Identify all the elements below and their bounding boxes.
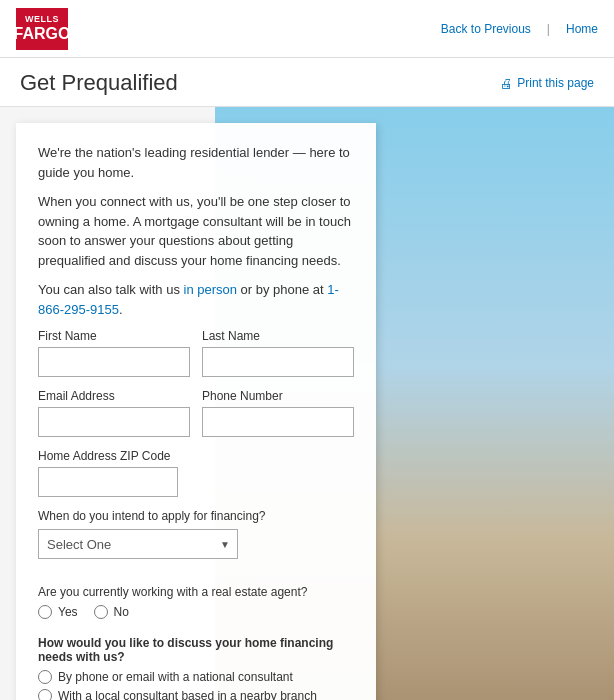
print-label: Print this page bbox=[517, 76, 594, 90]
intro-text: We're the nation's leading residential l… bbox=[38, 143, 354, 319]
phone-input[interactable] bbox=[202, 407, 354, 437]
discuss-option1-label: By phone or email with a national consul… bbox=[58, 670, 293, 684]
agent-options: Yes No bbox=[38, 605, 354, 624]
print-link[interactable]: 🖨 Print this page bbox=[500, 76, 594, 91]
discuss-national-radio[interactable] bbox=[38, 670, 52, 684]
page-header: WELLS FARGO Back to Previous | Home bbox=[0, 0, 614, 58]
agent-yes-label: Yes bbox=[58, 605, 78, 619]
agent-no-option: No bbox=[94, 605, 129, 619]
logo-fargo-text: FARGO bbox=[14, 24, 71, 43]
home-link[interactable]: Home bbox=[566, 22, 598, 36]
intro-p3-prefix: You can also talk with us bbox=[38, 282, 184, 297]
first-name-group: First Name bbox=[38, 329, 190, 377]
discuss-local-radio[interactable] bbox=[38, 689, 52, 700]
financing-select[interactable]: Select One Immediately Within 3 months W… bbox=[38, 529, 238, 559]
phone-label: Phone Number bbox=[202, 389, 354, 403]
last-name-group: Last Name bbox=[202, 329, 354, 377]
first-name-label: First Name bbox=[38, 329, 190, 343]
agent-no-radio[interactable] bbox=[94, 605, 108, 619]
intro-p3-suffix: . bbox=[119, 302, 123, 317]
back-to-previous-link[interactable]: Back to Previous bbox=[441, 22, 531, 36]
agent-radio-group: Are you currently working with a real es… bbox=[38, 585, 354, 624]
discuss-option2: With a local consultant based in a nearb… bbox=[38, 689, 354, 700]
agent-question: Are you currently working with a real es… bbox=[38, 585, 354, 599]
name-row: First Name Last Name bbox=[38, 329, 354, 377]
last-name-label: Last Name bbox=[202, 329, 354, 343]
email-group: Email Address bbox=[38, 389, 190, 437]
top-nav: Back to Previous | Home bbox=[441, 22, 598, 36]
agent-no-label: No bbox=[114, 605, 129, 619]
intro-para3: You can also talk with us in person or b… bbox=[38, 280, 354, 319]
agent-yes-option: Yes bbox=[38, 605, 78, 619]
prequalify-form: First Name Last Name Email Address Phone… bbox=[38, 329, 354, 700]
intro-p3-middle: or by phone at bbox=[237, 282, 327, 297]
first-name-input[interactable] bbox=[38, 347, 190, 377]
logo-wells-text: WELLS bbox=[25, 14, 59, 25]
financing-question: When do you intend to apply for financin… bbox=[38, 509, 354, 523]
financing-select-wrapper: Select One Immediately Within 3 months W… bbox=[38, 529, 238, 559]
phone-group: Phone Number bbox=[202, 389, 354, 437]
email-phone-row: Email Address Phone Number bbox=[38, 389, 354, 437]
financing-group: When do you intend to apply for financin… bbox=[38, 509, 354, 573]
main-content: We're the nation's leading residential l… bbox=[0, 107, 614, 700]
discuss-question: How would you like to discuss your home … bbox=[38, 636, 354, 664]
zip-label: Home Address ZIP Code bbox=[38, 449, 354, 463]
page-title: Get Prequalified bbox=[20, 70, 178, 96]
intro-para1: We're the nation's leading residential l… bbox=[38, 143, 354, 182]
page-title-bar: Get Prequalified 🖨 Print this page bbox=[0, 58, 614, 107]
zip-input[interactable] bbox=[38, 467, 178, 497]
discuss-option2-label: With a local consultant based in a nearb… bbox=[58, 689, 317, 700]
discuss-option1: By phone or email with a national consul… bbox=[38, 670, 354, 684]
form-panel: We're the nation's leading residential l… bbox=[16, 123, 376, 700]
agent-yes-radio[interactable] bbox=[38, 605, 52, 619]
email-input[interactable] bbox=[38, 407, 190, 437]
zip-group: Home Address ZIP Code bbox=[38, 449, 354, 497]
in-person-link[interactable]: in person bbox=[184, 282, 237, 297]
last-name-input[interactable] bbox=[202, 347, 354, 377]
intro-para2: When you connect with us, you'll be one … bbox=[38, 192, 354, 270]
discuss-radio-group: How would you like to discuss your home … bbox=[38, 636, 354, 700]
wells-fargo-logo: WELLS FARGO bbox=[16, 8, 68, 50]
nav-separator: | bbox=[547, 22, 550, 36]
email-label: Email Address bbox=[38, 389, 190, 403]
print-icon: 🖨 bbox=[500, 76, 513, 91]
